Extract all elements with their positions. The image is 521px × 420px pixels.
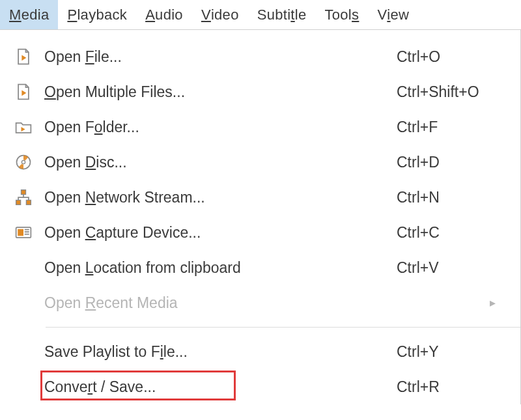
menubar-item-video[interactable]: Video [192, 0, 248, 29]
menu-item-shortcut: Ctrl+O [397, 48, 501, 66]
menu-item-label: Open Recent Media [44, 294, 397, 312]
menu-item-open-disc[interactable]: Open Disc...Ctrl+D [0, 145, 520, 180]
menu-item-shortcut: Ctrl+F [397, 119, 501, 136]
menu-item-label: Save Playlist to File... [44, 343, 397, 361]
network-icon [13, 187, 34, 208]
menubar-item-view[interactable]: View [368, 0, 418, 29]
menu-item-shortcut: Ctrl+C [397, 224, 501, 242]
disc-icon [13, 152, 34, 173]
chevron-right-icon: ▸ [490, 296, 496, 310]
folder-play-icon [13, 117, 34, 137]
blank-icon [13, 292, 34, 313]
menu-item-open-capture-device[interactable]: Open Capture Device...Ctrl+C [0, 215, 520, 250]
menubar-item-media[interactable]: Media [0, 0, 58, 29]
blank-icon [13, 376, 34, 397]
menu-item-label: Open Network Stream... [44, 189, 397, 206]
svg-rect-6 [18, 229, 23, 236]
menu-item-label: Open Folder... [44, 119, 397, 136]
file-play-icon [13, 46, 34, 67]
media-menu-dropdown: Open File...Ctrl+O Open Multiple Files..… [0, 30, 521, 404]
menu-item-label: Open File... [44, 48, 397, 66]
menu-item-shortcut: Ctrl+V [397, 259, 501, 277]
blank-icon [13, 341, 34, 362]
menu-item-convert-save[interactable]: Convert / Save...Ctrl+R [0, 369, 520, 404]
menu-item-open-multiple-files[interactable]: Open Multiple Files...Ctrl+Shift+O [0, 74, 520, 109]
menu-item-label: Open Location from clipboard [44, 259, 397, 277]
capture-icon [13, 222, 34, 243]
svg-rect-7 [25, 229, 29, 231]
menu-item-label: Convert / Save... [44, 378, 397, 396]
svg-rect-8 [25, 231, 29, 232]
menu-item-open-file[interactable]: Open File...Ctrl+O [0, 39, 520, 74]
menu-item-open-network-stream[interactable]: Open Network Stream...Ctrl+N [0, 180, 520, 215]
svg-point-1 [21, 160, 25, 163]
menu-separator [46, 327, 520, 328]
menubar-item-audio[interactable]: Audio [136, 0, 192, 29]
menu-item-label: Open Capture Device... [44, 224, 397, 242]
menu-item-shortcut: Ctrl+R [397, 378, 501, 396]
menubar: MediaPlaybackAudioVideoSubtitleToolsView [0, 0, 521, 30]
blank-icon [13, 257, 34, 278]
menu-item-shortcut: Ctrl+Y [397, 343, 501, 361]
menubar-item-tools[interactable]: Tools [316, 0, 369, 29]
menu-item-label: Open Multiple Files... [44, 83, 397, 101]
menubar-item-playback[interactable]: Playback [58, 0, 136, 29]
svg-rect-4 [26, 200, 31, 204]
file-play-icon [13, 81, 34, 102]
svg-rect-3 [16, 200, 21, 204]
svg-rect-2 [21, 190, 26, 195]
menu-item-open-folder[interactable]: Open Folder...Ctrl+F [0, 109, 520, 145]
menu-item-label: Open Disc... [44, 154, 397, 171]
menu-item-shortcut: Ctrl+D [397, 154, 501, 171]
svg-rect-9 [25, 234, 29, 235]
menu-item-shortcut: Ctrl+Shift+O [397, 83, 501, 101]
menu-item-save-playlist-to-file[interactable]: Save Playlist to File...Ctrl+Y [0, 334, 520, 369]
menu-item-open-location-from-clipboard[interactable]: Open Location from clipboardCtrl+V [0, 250, 520, 285]
menu-item-open-recent-media: Open Recent Media▸ [0, 285, 520, 320]
menu-item-shortcut: Ctrl+N [397, 189, 501, 206]
menubar-item-subtitle[interactable]: Subtitle [248, 0, 316, 29]
